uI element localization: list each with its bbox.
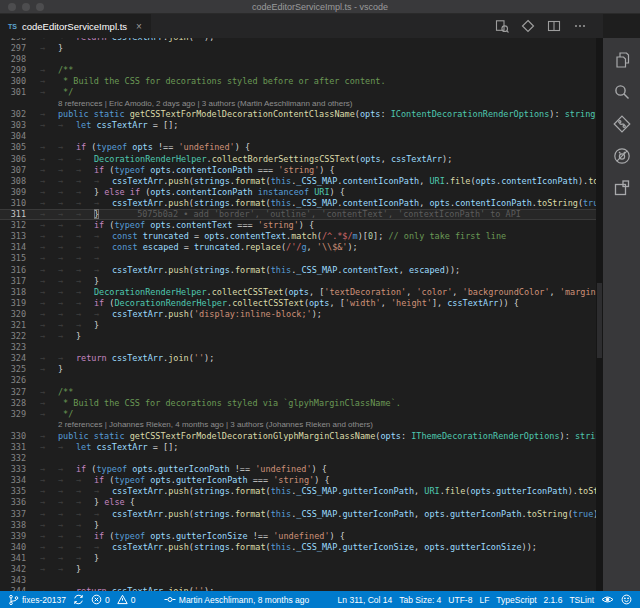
- tab-whitespace-icon: →: [40, 265, 58, 275]
- tab-whitespace-icon: →: [76, 486, 94, 496]
- tab-whitespace-icon: →: [40, 586, 58, 591]
- line-number: 313: [0, 231, 26, 241]
- line-number: 303: [0, 120, 26, 130]
- tslint-status[interactable]: TSLint: [569, 595, 594, 605]
- tab-whitespace-icon: →: [40, 38, 58, 42]
- tab-whitespace-icon: →: [94, 231, 112, 241]
- code-line: 303→→let cssTextArr = [];: [0, 120, 603, 131]
- codelens-text[interactable]: 8 references | Eric Amodio, 2 days ago |…: [26, 99, 353, 108]
- tab-whitespace-icon: →: [40, 187, 58, 197]
- encoding[interactable]: UTF-8: [448, 595, 472, 605]
- tab-whitespace-icon: →: [58, 38, 76, 42]
- open-changes-icon[interactable]: [521, 19, 535, 33]
- code-text: →→→} else {: [26, 497, 135, 507]
- codelens[interactable]: 8 references | Eric Amodio, 2 days ago |…: [0, 98, 603, 109]
- code-text: →public static getCSSTextForModelDecorat…: [26, 109, 603, 119]
- line-number: 304: [0, 131, 26, 141]
- code-text: →→→→cssTextArr.push(strings.format(this.…: [26, 509, 603, 519]
- line-number: 338: [0, 520, 26, 530]
- code-text: →→→→const escaped = truncated.replace(/'…: [26, 242, 358, 252]
- tab-whitespace-icon: →: [76, 165, 94, 175]
- code-line: 326: [0, 375, 603, 386]
- minimize-button[interactable]: [22, 3, 30, 11]
- source-control-icon[interactable]: [603, 108, 640, 140]
- more-actions-icon[interactable]: [573, 19, 587, 33]
- code-text: →→if (typeof opts !== 'undefined') {: [26, 142, 250, 152]
- open-preview-icon[interactable]: [495, 19, 509, 33]
- tab-whitespace-icon: →: [94, 509, 112, 519]
- tab-size[interactable]: Tab Size: 4: [399, 595, 441, 605]
- code-line: 310→→→→cssTextArr.push(strings.format(th…: [0, 197, 603, 208]
- code-text: →→return cssTextArr.join('');: [26, 586, 214, 591]
- code-text: → * Build the CSS for decorations styled…: [26, 76, 386, 86]
- explorer-icon[interactable]: [603, 44, 640, 76]
- tab-whitespace-icon: →: [40, 109, 58, 119]
- tab-whitespace-icon: →: [40, 353, 58, 363]
- tab-whitespace-icon: →: [40, 253, 58, 263]
- tab-whitespace-icon: →: [58, 520, 76, 530]
- tab-whitespace-icon: →: [40, 231, 58, 241]
- codelens[interactable]: 2 references | Johannes Rieken, 4 months…: [0, 419, 603, 430]
- scrollbar[interactable]: [596, 38, 603, 591]
- preview-eye-icon[interactable]: [601, 594, 614, 605]
- tab-whitespace-icon: →: [94, 265, 112, 275]
- tab-whitespace-icon: →: [94, 309, 112, 319]
- debug-icon[interactable]: [603, 140, 640, 172]
- line-number: 325: [0, 364, 26, 374]
- tab-whitespace-icon: →: [40, 331, 58, 341]
- code-line: 319→→→if (DecorationRenderHelper.collect…: [0, 297, 603, 308]
- code-text: →→→→: [26, 253, 112, 263]
- errors-item[interactable]: 0: [91, 594, 110, 605]
- split-editor-icon[interactable]: [547, 19, 561, 33]
- code-line: 337→→→→cssTextArr.push(strings.format(th…: [0, 508, 603, 519]
- typescript-version[interactable]: 2.1.6: [544, 595, 563, 605]
- code-line: 339→→→if (typeof opts.gutterIconSize !==…: [0, 530, 603, 541]
- line-number: 330: [0, 431, 26, 441]
- eol-selector[interactable]: LF: [479, 595, 489, 605]
- tab-codeEditorServiceImpl[interactable]: TS codeEditorServiceImpl.ts ×: [0, 14, 151, 38]
- line-number: 310: [0, 198, 26, 208]
- tab-whitespace-icon: →: [40, 364, 58, 374]
- line-number: 337: [0, 509, 26, 519]
- tab-whitespace-icon: →: [76, 242, 94, 252]
- git-branch-item[interactable]: fixes-20137: [8, 594, 66, 606]
- code-text: →→→→cssTextArr.push(strings.format(this.…: [26, 542, 537, 552]
- line-number: 305: [0, 142, 26, 152]
- feedback-smiley-icon[interactable]: [621, 594, 632, 605]
- code-text: → */: [26, 87, 73, 97]
- close-button[interactable]: [8, 3, 16, 11]
- code-text: →→→if (typeof opts.gutterIconSize !== 'u…: [26, 531, 345, 541]
- code-text: →→}: [26, 564, 81, 574]
- scrollbar-thumb[interactable]: [597, 283, 602, 358]
- line-number: 327: [0, 387, 26, 397]
- tab-whitespace-icon: →: [76, 509, 94, 519]
- extensions-icon[interactable]: [603, 172, 640, 204]
- git-blame-item[interactable]: Martin Aeschlimann, 8 months ago: [164, 594, 309, 605]
- code-text: →→→}5075b0a2 • add 'border', 'outline', …: [26, 209, 521, 219]
- branch-name: fixes-20137: [22, 595, 66, 605]
- tab-whitespace-icon: →: [94, 242, 112, 252]
- codelens-text[interactable]: 2 references | Johannes Rieken, 4 months…: [26, 420, 373, 429]
- search-icon[interactable]: [603, 76, 640, 108]
- line-number: 319: [0, 298, 26, 308]
- line-number: 334: [0, 475, 26, 485]
- line-number: 333: [0, 464, 26, 474]
- cursor-position[interactable]: Ln 311, Col 14: [338, 595, 393, 605]
- tab-whitespace-icon: →: [94, 486, 112, 496]
- tab-whitespace-icon: →: [76, 209, 94, 219]
- code-line: 300→ * Build the CSS for decorations sty…: [0, 75, 603, 86]
- code-text: →→return cssTextArr.join('');: [26, 38, 214, 42]
- zoom-button[interactable]: [36, 3, 44, 11]
- warnings-item[interactable]: 0: [117, 594, 136, 605]
- tab-whitespace-icon: →: [40, 120, 58, 130]
- code-line: 314→→→→const escaped = truncated.replace…: [0, 242, 603, 253]
- code-line: 327→/**: [0, 386, 603, 397]
- sync-icon[interactable]: [73, 594, 84, 605]
- tab-whitespace-icon: →: [58, 176, 76, 186]
- code-editor[interactable]: 296→→return cssTextArr.join('');297→}298…: [0, 38, 603, 591]
- code-line: 330→public static getCSSTextForModelDeco…: [0, 430, 603, 441]
- code-text: →→→DecorationRenderHelper.collectCSSText…: [26, 287, 603, 297]
- language-mode[interactable]: TypeScript: [496, 595, 536, 605]
- line-number: 328: [0, 398, 26, 408]
- tab-close-icon[interactable]: ×: [136, 21, 142, 32]
